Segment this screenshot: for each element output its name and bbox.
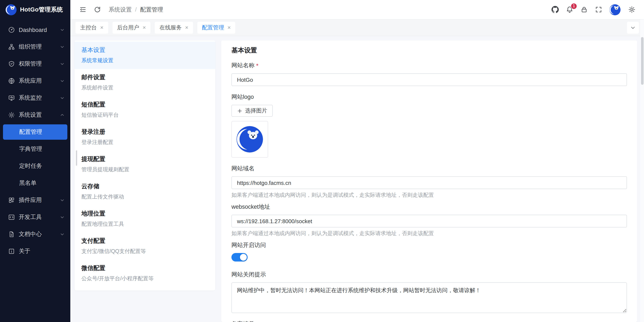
settings-nav-title: 登录注册 xyxy=(82,128,208,136)
sidebar-item-docs-center[interactable]: 文档中心 xyxy=(0,226,70,243)
settings-nav-withdraw[interactable]: 提现配置 管理员提现规则配置 xyxy=(74,151,215,178)
site-logo-image xyxy=(236,126,263,152)
settings-nav-subtitle: 系统常规设置 xyxy=(82,57,208,64)
docs-icon xyxy=(8,231,15,238)
settings-nav-email[interactable]: 邮件设置 系统邮件设置 xyxy=(74,69,215,96)
close-tip-label: 网站关闭提示 xyxy=(232,271,627,279)
settings-nav-login[interactable]: 登录注册 登录注册配置 xyxy=(74,123,215,151)
app-title: HotGo管理系统 xyxy=(20,6,63,14)
chevron-down-icon xyxy=(60,44,65,49)
settings-nav-title: 短信配置 xyxy=(82,101,208,109)
site-access-toggle[interactable] xyxy=(232,253,248,262)
user-avatar[interactable] xyxy=(610,4,620,15)
sidebar-item-label: 开发工具 xyxy=(19,213,60,221)
close-tip-textarea[interactable]: 网站维护中，暂时无法访问！本网站正在进行系统维护和技术升级，网站暂时无法访问，敬… xyxy=(232,282,627,313)
close-icon[interactable]: × xyxy=(142,25,146,30)
settings-nav-geo[interactable]: 地理位置 配置地理位置工具 xyxy=(74,205,215,233)
sidebar-item-system-settings[interactable]: 系统设置 xyxy=(0,106,70,123)
settings-nav-subtitle: 公众号/开放平台/小程序配置等 xyxy=(82,275,208,282)
settings-nav-subtitle: 登录注册配置 xyxy=(82,139,208,146)
settings-nav-payment[interactable]: 支付配置 支付宝/微信/QQ支付配置等 xyxy=(74,233,215,260)
close-icon[interactable]: × xyxy=(228,25,231,30)
site-logo-label: 网站logo xyxy=(232,93,627,101)
settings-nav-card: 基本设置 系统常规设置 邮件设置 系统邮件设置 短信配置 短信验证码平台 登录注… xyxy=(74,40,215,291)
chevron-up-icon xyxy=(60,112,65,118)
bell-icon[interactable]: 1 xyxy=(563,3,576,16)
page-scrollbar[interactable] xyxy=(640,19,644,322)
close-icon[interactable]: × xyxy=(100,25,103,30)
sidebar-item-dashboard[interactable]: Dashboard xyxy=(0,21,70,38)
content-area: 基本设置 系统常规设置 邮件设置 系统邮件设置 短信配置 短信验证码平台 登录注… xyxy=(70,36,644,322)
sidebar-subitem-blacklist[interactable]: 黑名单 xyxy=(0,175,70,192)
refresh-icon[interactable] xyxy=(91,3,104,16)
github-icon[interactable] xyxy=(548,3,561,16)
sidebar-item-label: 系统应用 xyxy=(19,77,60,85)
settings-nav-wechat[interactable]: 微信配置 公众号/开放平台/小程序配置等 xyxy=(74,260,215,287)
close-icon[interactable]: × xyxy=(185,25,188,30)
settings-nav-title: 云存储 xyxy=(82,183,208,190)
site-access-label: 网站开启访问 xyxy=(232,242,627,249)
sidebar-item-label: 组织管理 xyxy=(19,43,60,51)
site-name-input[interactable] xyxy=(232,73,627,86)
plus-icon xyxy=(237,108,242,113)
app-logo-row[interactable]: HotGo管理系统 xyxy=(0,0,70,19)
site-domain-input[interactable] xyxy=(232,176,627,189)
sidebar-subitem-dict-manage[interactable]: 字典管理 xyxy=(0,141,70,158)
settings-nav-cloud-storage[interactable]: 云存储 配置上传文件驱动 xyxy=(74,178,215,205)
settings-nav-title: 支付配置 xyxy=(82,237,208,245)
tab-dashboard[interactable]: 主控台 × xyxy=(76,21,108,33)
sidebar-item-about[interactable]: 关于 xyxy=(0,243,70,260)
tab-admin-users[interactable]: 后台用户 × xyxy=(112,21,150,33)
chevron-down-icon xyxy=(60,215,65,220)
sidebar-item-organization[interactable]: 组织管理 xyxy=(0,38,70,55)
tab-label: 后台用户 xyxy=(117,24,139,31)
chevron-down-icon xyxy=(630,24,636,30)
settings-nav-subtitle: 配置地理位置工具 xyxy=(82,221,208,228)
settings-nav-sms[interactable]: 短信配置 短信验证码平台 xyxy=(74,96,215,123)
plugin-icon xyxy=(8,197,15,204)
settings-nav-title: 提现配置 xyxy=(82,155,208,163)
field-label-text: 网站名称 xyxy=(232,62,254,69)
chevron-down-icon xyxy=(60,95,65,100)
breadcrumb-section[interactable]: 系统设置 xyxy=(109,6,132,13)
gear-icon xyxy=(8,112,15,118)
sidebar-item-system-monitor[interactable]: 系统监控 xyxy=(0,89,70,106)
sidebar-item-dev-tools[interactable]: 开发工具 xyxy=(0,209,70,226)
sidebar-item-permissions[interactable]: 权限管理 xyxy=(0,55,70,72)
page-root: HotGo管理系统 Dashboard 组织管理 权限管理 系统应用 xyxy=(0,0,644,322)
settings-nav-title: 微信配置 xyxy=(82,265,208,272)
sidebar-item-plugins[interactable]: 插件应用 xyxy=(0,192,70,209)
page-scrollbar-thumb[interactable] xyxy=(641,37,643,85)
site-logo-preview[interactable] xyxy=(232,121,268,158)
fullscreen-icon[interactable] xyxy=(592,3,605,16)
sidebar-item-label: 系统设置 xyxy=(19,111,60,119)
gear-icon[interactable] xyxy=(625,3,638,16)
sidebar-subitem-cron-tasks[interactable]: 定时任务 xyxy=(0,158,70,175)
tab-label: 主控台 xyxy=(80,24,97,31)
breadcrumb-page[interactable]: 配置管理 xyxy=(140,6,163,13)
tab-actions-dropdown[interactable] xyxy=(627,21,639,33)
site-domain-help: 如果客户端通过本地或内网访问，则认为是调试模式，走实际请求地址，否则走该配置 xyxy=(232,192,627,199)
menu-collapse-icon[interactable] xyxy=(76,3,89,16)
main-column: 系统设置 / 配置管理 1 主控台 × 后台用户 xyxy=(70,0,644,322)
sidebar-item-label: 权限管理 xyxy=(19,60,60,68)
settings-nav-subtitle: 系统邮件设置 xyxy=(82,84,208,92)
tab-online-service[interactable]: 在线服务 × xyxy=(155,21,193,33)
field-label-text: websocket地址 xyxy=(232,203,270,211)
tab-config-manage[interactable]: 配置管理 × xyxy=(197,21,236,33)
org-icon xyxy=(8,43,15,50)
settings-nav-subtitle: 支付宝/微信/QQ支付配置等 xyxy=(82,248,208,255)
sidebar-item-system-apps[interactable]: 系统应用 xyxy=(0,72,70,89)
settings-nav-basic[interactable]: 基本设置 系统常规设置 xyxy=(74,42,215,69)
settings-nav-scrollbar[interactable] xyxy=(76,150,77,166)
field-label-text: 网站logo xyxy=(232,93,254,101)
chevron-down-icon xyxy=(60,61,65,66)
choose-image-label: 选择图片 xyxy=(245,107,267,115)
choose-image-button[interactable]: 选择图片 xyxy=(232,105,273,117)
lock-icon[interactable] xyxy=(578,3,590,16)
app-logo-icon xyxy=(6,4,16,15)
sidebar-subitem-config-manage[interactable]: 配置管理 xyxy=(3,124,67,140)
websocket-input[interactable] xyxy=(232,215,627,227)
chevron-down-icon xyxy=(60,198,65,203)
field-label-text: 网站关闭提示 xyxy=(232,271,266,279)
